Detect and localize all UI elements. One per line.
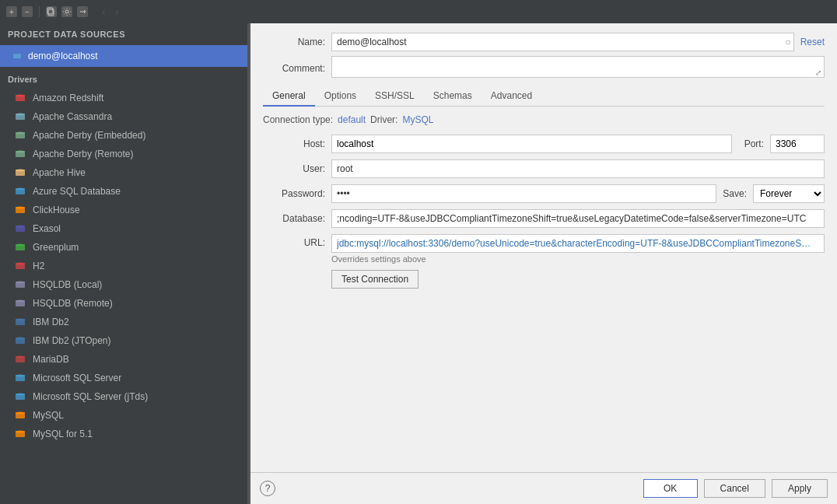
datasource-item[interactable]: demo@localhost — [0, 45, 247, 67]
port-input[interactable] — [770, 135, 825, 153]
name-input[interactable] — [331, 33, 794, 51]
datasource-label: demo@localhost — [28, 51, 98, 61]
driver-item[interactable]: Greenplum — [0, 238, 247, 257]
port-label: Port: — [744, 138, 764, 149]
reset-link[interactable]: Reset — [800, 37, 825, 47]
copy-btn[interactable] — [46, 6, 57, 17]
add-btn[interactable]: + — [6, 6, 17, 17]
driver-item[interactable]: Apache Hive — [0, 163, 247, 182]
user-row: User: — [263, 159, 825, 178]
svg-point-16 — [16, 207, 25, 209]
driver-item[interactable]: Microsoft SQL Server (jTds) — [0, 387, 247, 406]
driver-item[interactable]: Amazon Redshift — [0, 89, 247, 107]
tab-schemas[interactable]: Schemas — [424, 86, 482, 107]
comment-row: Comment: ⤢ — [263, 56, 825, 80]
driver-item[interactable]: MySQL — [0, 406, 247, 425]
driver-item[interactable]: ClickHouse — [0, 201, 247, 219]
title-bar: + − ‹ › — [0, 0, 837, 23]
driver-value[interactable]: MySQL — [402, 114, 433, 125]
user-label: User: — [263, 163, 325, 174]
tab-sshssl[interactable]: SSH/SSL — [366, 86, 424, 107]
driver-icon — [14, 260, 26, 272]
driver-item[interactable]: IBM Db2 (JTOpen) — [0, 331, 247, 350]
forward-btn[interactable]: › — [112, 4, 122, 19]
driver-item[interactable]: HSQLDB (Local) — [0, 275, 247, 294]
conn-type-value[interactable]: default — [338, 114, 366, 125]
driver-icon — [14, 166, 26, 179]
name-label: Name: — [263, 37, 325, 47]
cancel-button[interactable]: Cancel — [704, 479, 765, 498]
driver-item[interactable]: Microsoft SQL Server — [0, 369, 247, 387]
svg-point-26 — [16, 300, 25, 303]
form-area: Name: ○ Reset Comment: ⤢ GeneralOptionsS… — [250, 23, 837, 472]
driver-icon — [14, 278, 26, 291]
drivers-header: Drivers — [0, 70, 247, 89]
ok-button[interactable]: OK — [643, 479, 698, 498]
remove-btn[interactable]: − — [22, 6, 33, 17]
name-clear-btn[interactable]: ○ — [785, 37, 790, 47]
url-input[interactable] — [331, 234, 825, 253]
driver-label: Microsoft SQL Server — [33, 373, 121, 383]
driver-icon — [14, 148, 26, 160]
driver-icon — [14, 409, 26, 422]
host-input[interactable] — [331, 135, 732, 153]
driver-icon — [14, 372, 26, 384]
driver-label: Apache Derby (Embedded) — [33, 130, 145, 141]
driver-icon — [14, 204, 26, 216]
driver-label: H2 — [33, 261, 44, 271]
driver-item[interactable]: Exasol — [0, 219, 247, 238]
svg-point-34 — [16, 375, 25, 377]
driver-label: ClickHouse — [33, 205, 80, 215]
name-input-wrap: ○ — [331, 33, 794, 51]
driver-item[interactable]: Apache Derby (Embedded) — [0, 126, 247, 145]
name-row: Name: ○ Reset — [263, 33, 825, 51]
driver-item[interactable]: H2 — [0, 257, 247, 275]
host-label: Host: — [263, 138, 325, 149]
svg-point-20 — [16, 244, 25, 247]
comment-expand-btn[interactable]: ⤢ — [815, 68, 821, 77]
url-row: URL: — [263, 234, 825, 253]
driver-icon — [14, 334, 26, 347]
svg-point-14 — [16, 188, 25, 191]
svg-point-22 — [16, 263, 25, 265]
tab-options[interactable]: Options — [315, 86, 366, 107]
settings-btn[interactable] — [61, 6, 72, 17]
tab-advanced[interactable]: Advanced — [482, 86, 541, 107]
apply-button[interactable]: Apply — [772, 479, 828, 498]
driver-label: MySQL — [33, 410, 64, 421]
back-btn[interactable]: ‹ — [99, 4, 109, 19]
driver-item[interactable]: MariaDB — [0, 350, 247, 369]
svg-point-24 — [16, 282, 25, 284]
svg-point-38 — [16, 412, 25, 415]
driver-label: Apache Cassandra — [33, 111, 112, 122]
user-input[interactable] — [331, 159, 825, 178]
driver-item[interactable]: MySQL for 5.1 — [0, 425, 247, 443]
tab-general[interactable]: General — [263, 86, 315, 107]
comment-label: Comment: — [263, 63, 325, 74]
driver-item[interactable]: IBM Db2 — [0, 313, 247, 331]
driver-item[interactable]: Azure SQL Database — [0, 182, 247, 201]
svg-point-8 — [16, 132, 25, 135]
driver-label: Amazon Redshift — [33, 93, 103, 103]
duplicate-btn[interactable] — [77, 6, 88, 17]
conn-type-row: Connection type: default Driver: MySQL — [263, 114, 825, 125]
password-input[interactable] — [331, 184, 716, 203]
main-area: Project Data Sources demo@localhost Driv… — [0, 23, 837, 504]
url-section: URL: Overrides settings above Test Conne… — [263, 234, 825, 289]
svg-point-12 — [16, 170, 25, 172]
driver-item[interactable]: Apache Derby (Remote) — [0, 145, 247, 163]
svg-point-28 — [16, 319, 25, 321]
database-input[interactable] — [331, 209, 825, 228]
comment-input[interactable] — [331, 56, 825, 78]
driver-label: Microsoft SQL Server (jTds) — [33, 391, 148, 402]
comment-wrap: ⤢ — [331, 56, 825, 80]
save-select[interactable]: ForeverUntil restartNever — [753, 184, 825, 203]
help-button[interactable]: ? — [260, 481, 275, 496]
driver-icon — [14, 185, 26, 198]
driver-icon — [14, 390, 26, 403]
driver-item[interactable]: HSQLDB (Remote) — [0, 294, 247, 313]
driver-item[interactable]: Apache Cassandra — [0, 107, 247, 126]
test-connection-button[interactable]: Test Connection — [331, 270, 418, 289]
url-label: URL: — [263, 234, 325, 248]
host-port-row: Host: Port: — [263, 135, 825, 153]
